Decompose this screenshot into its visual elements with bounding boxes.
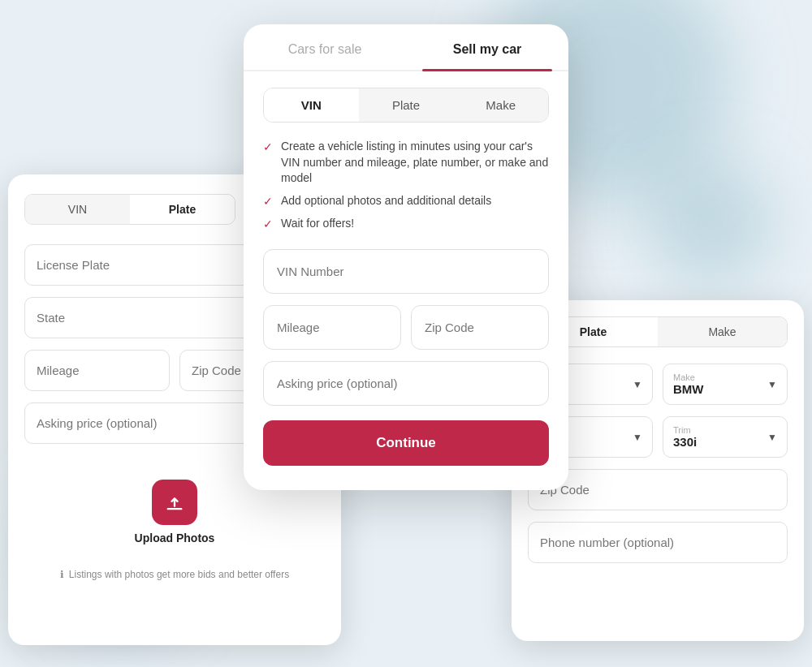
check-icon-2: ✓ [263, 194, 273, 210]
bg-decoration-3 [650, 162, 771, 284]
trim-label: Trim [673, 425, 777, 435]
check-icon-1: ✓ [263, 140, 273, 156]
left-tab-plate[interactable]: Plate [130, 195, 235, 224]
main-card: Cars for sale Sell my car VIN Plate Make… [244, 24, 568, 490]
check-icon-3: ✓ [263, 217, 273, 233]
vp-tab-plate[interactable]: Plate [359, 88, 454, 122]
make-label: Make [673, 372, 777, 382]
zip-code-input[interactable] [411, 305, 549, 350]
info-icon: ℹ [60, 569, 64, 580]
vin-plate-tab-group: VIN Plate Make [263, 88, 549, 123]
mileage-zip-row [263, 305, 549, 350]
make-select-box[interactable]: Make BMW ▼ [663, 364, 788, 405]
trim-chevron-icon: ▼ [767, 432, 777, 443]
left-tab-group: VIN Plate [24, 194, 235, 225]
make-chevron-icon: ▼ [767, 379, 777, 390]
mileage-input[interactable] [263, 305, 401, 350]
vin-number-input[interactable] [263, 249, 549, 294]
upload-area: Upload Photos ℹ Listings with photos get… [24, 480, 325, 580]
checklist-item-1: ✓ Create a vehicle listing in minutes us… [263, 139, 549, 187]
vp-tab-make[interactable]: Make [453, 88, 548, 122]
left-tab-vin[interactable]: VIN [25, 195, 130, 224]
upload-note: ℹ Listings with photos get more bids and… [60, 569, 289, 580]
upload-icon [163, 491, 186, 514]
year-chevron-icon: ▼ [633, 379, 642, 390]
upload-icon-box[interactable] [152, 480, 197, 525]
tab-sell-my-car[interactable]: Sell my car [406, 24, 568, 70]
checklist-item-2: ✓ Add optional photos and additional det… [263, 193, 549, 210]
right-tab-make[interactable]: Make [658, 317, 787, 346]
left-mileage-input[interactable] [24, 350, 170, 391]
make-value: BMW [673, 382, 777, 396]
tab-cars-for-sale[interactable]: Cars for sale [244, 24, 406, 70]
main-content: VIN Plate Make ✓ Create a vehicle listin… [244, 71, 568, 466]
model-chevron-icon: ▼ [633, 432, 642, 443]
continue-button[interactable]: Continue [263, 420, 549, 466]
checklist-item-3: ✓ Wait for offers! [263, 216, 549, 233]
right-phone-input[interactable] [528, 522, 788, 563]
trim-value: 330i [673, 435, 777, 449]
feature-checklist: ✓ Create a vehicle listing in minutes us… [263, 139, 549, 233]
asking-price-input[interactable] [263, 361, 549, 406]
main-tab-group: Cars for sale Sell my car [244, 24, 568, 71]
upload-label: Upload Photos [135, 531, 215, 544]
trim-select-box[interactable]: Trim 330i ▼ [663, 416, 788, 458]
svg-rect-0 [167, 508, 183, 510]
vp-tab-vin[interactable]: VIN [264, 88, 359, 122]
